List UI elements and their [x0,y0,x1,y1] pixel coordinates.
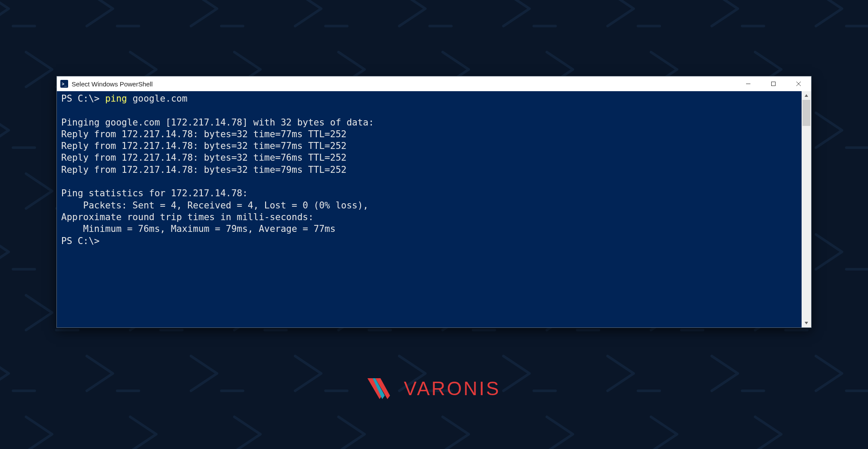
terminal-output[interactable]: PS C:\> ping google.com Pinging google.c… [57,91,802,327]
scroll-down-button[interactable] [802,319,811,327]
scroll-up-button[interactable] [802,91,811,100]
command-highlight: ping [105,93,127,104]
svg-marker-6 [805,322,808,324]
output-line: Packets: Sent = 4, Received = 4, Lost = … [61,200,368,211]
output-line: Reply from 172.217.14.78: bytes=32 time=… [61,129,346,139]
window-titlebar[interactable]: >_ Select Windows PowerShell [57,76,811,91]
varonis-wordmark: VARONIS [404,378,501,399]
varonis-mark-icon [368,378,398,399]
minimize-button[interactable] [736,76,761,91]
output-line: Reply from 172.217.14.78: bytes=32 time=… [61,141,346,151]
varonis-logo: VARONIS [368,378,501,399]
powershell-window: >_ Select Windows PowerShell PS C:\> pin… [56,76,812,328]
output-line: Reply from 172.217.14.78: bytes=32 time=… [61,152,346,163]
prompt: PS C:\> [61,93,105,104]
output-line: Ping statistics for 172.217.14.78: [61,188,248,198]
vertical-scrollbar[interactable] [802,91,811,327]
window-title: Select Windows PowerShell [72,80,153,88]
close-button[interactable] [786,76,811,91]
powershell-icon: >_ [60,80,68,88]
output-line: Pinging google.com [172.217.14.78] with … [61,117,374,128]
svg-marker-5 [805,94,808,97]
command-rest: google.com [127,93,187,104]
scrollbar-thumb[interactable] [802,100,810,126]
prompt: PS C:\> [61,236,100,246]
svg-rect-2 [772,82,776,86]
output-line: Reply from 172.217.14.78: bytes=32 time=… [61,165,346,175]
window-controls [736,76,811,91]
output-line: Minimum = 76ms, Maximum = 79ms, Average … [61,224,335,234]
output-line: Approximate round trip times in milli-se… [61,212,314,222]
maximize-button[interactable] [761,76,786,91]
scrollbar-track[interactable] [802,100,811,319]
